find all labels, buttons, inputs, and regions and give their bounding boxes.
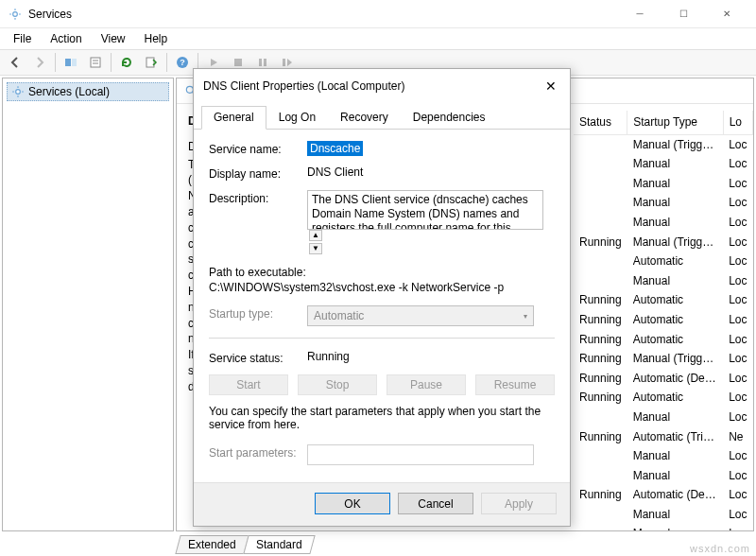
svg-marker-13: [211, 59, 217, 66]
services-grid[interactable]: Status Startup Type Lo Manual (Trigg…Loc…: [574, 111, 753, 530]
menu-action[interactable]: Action: [41, 30, 91, 47]
pause-button: Pause: [387, 374, 466, 395]
menubar: File Action View Help: [0, 28, 756, 49]
dialog-footer: OK Cancel Apply: [194, 482, 570, 526]
value-service-name[interactable]: Dnscache: [307, 141, 363, 156]
footer-tabs: Extended Standard: [178, 533, 311, 554]
value-service-status: Running: [307, 350, 555, 363]
tab-extended[interactable]: Extended: [175, 535, 249, 554]
dialog-title-text: DNS Client Properties (Local Computer): [203, 79, 541, 93]
svg-rect-6: [72, 59, 77, 66]
description-scroll-up[interactable]: ▲: [309, 230, 322, 241]
label-service-status: Service status:: [209, 350, 307, 365]
tab-dependencies[interactable]: Dependencies: [401, 106, 498, 130]
table-row[interactable]: ManualLoc: [574, 193, 753, 213]
table-row[interactable]: RunningAutomaticLoc: [574, 310, 753, 330]
svg-marker-18: [287, 59, 292, 66]
table-row[interactable]: ManualLoc: [574, 466, 753, 486]
tree-node-label: Services (Local): [28, 85, 110, 98]
table-row[interactable]: ManualLoc: [574, 524, 753, 531]
cancel-button[interactable]: Cancel: [398, 493, 473, 514]
startup-type-combo: Automatic ▾: [307, 305, 534, 326]
tab-standard[interactable]: Standard: [243, 535, 315, 554]
tab-log-on[interactable]: Log On: [266, 106, 328, 130]
table-row[interactable]: AutomaticLoc: [574, 252, 753, 271]
col-status[interactable]: Status: [574, 111, 627, 134]
table-row[interactable]: RunningManual (Trigg…Loc: [574, 349, 753, 369]
show-hide-button[interactable]: [60, 52, 82, 73]
table-row[interactable]: Manual (Trigg…Loc: [574, 134, 753, 154]
properties-dialog: DNS Client Properties (Local Computer) ✕…: [193, 68, 571, 527]
dialog-body: Service name: Dnscache Display name: DNS…: [194, 130, 570, 482]
minimize-button[interactable]: ─: [618, 0, 662, 28]
table-row[interactable]: RunningManual (Trigg…Loc: [574, 233, 753, 252]
value-display-name: DNS Client: [307, 165, 555, 179]
window-title: Services: [28, 8, 618, 21]
svg-point-0: [13, 11, 18, 16]
titlebar: Services ─ ☐ ✕: [0, 0, 756, 28]
label-description: Description:: [209, 190, 307, 205]
table-row[interactable]: RunningAutomaticLoc: [574, 290, 753, 310]
ok-button[interactable]: OK: [315, 493, 390, 514]
svg-rect-14: [234, 59, 242, 66]
dialog-title: DNS Client Properties (Local Computer) ✕: [194, 69, 570, 103]
apply-button: Apply: [481, 493, 557, 514]
col-logon[interactable]: Lo: [723, 111, 752, 134]
menu-help[interactable]: Help: [135, 30, 178, 47]
help-button[interactable]: ?: [171, 52, 194, 73]
dialog-close-button[interactable]: ✕: [541, 77, 560, 96]
svg-rect-17: [283, 59, 285, 66]
resume-button: Resume: [475, 374, 555, 395]
export-button[interactable]: [140, 52, 163, 73]
maximize-button[interactable]: ☐: [662, 0, 705, 28]
table-row[interactable]: ManualLoc: [574, 154, 753, 174]
label-startup-type: Startup type:: [209, 305, 307, 321]
table-row[interactable]: ManualLoc: [574, 271, 753, 291]
tab-general[interactable]: General: [201, 106, 266, 130]
table-row[interactable]: ManualLoc: [574, 408, 753, 427]
dialog-tabs: General Log On Recovery Dependencies: [194, 105, 570, 130]
svg-rect-15: [259, 59, 262, 66]
value-description[interactable]: The DNS Client service (dnscache) caches…: [307, 190, 543, 230]
table-row[interactable]: ManualLoc: [574, 213, 753, 233]
start-button: Start: [209, 374, 288, 395]
svg-rect-16: [264, 59, 266, 66]
description-scroll-down[interactable]: ▼: [309, 243, 322, 254]
app-icon: [8, 7, 23, 22]
label-start-params: Start parameters:: [209, 444, 307, 460]
svg-rect-7: [91, 58, 100, 67]
table-row[interactable]: RunningAutomaticLoc: [574, 388, 753, 408]
label-path: Path to executable:: [209, 266, 555, 279]
tab-recovery[interactable]: Recovery: [328, 106, 401, 130]
properties-button[interactable]: [84, 52, 107, 73]
start-params-input: [307, 444, 534, 465]
startup-type-value: Automatic: [314, 309, 364, 322]
close-button[interactable]: ✕: [705, 0, 748, 28]
label-display-name: Display name:: [209, 165, 307, 181]
svg-point-19: [16, 90, 21, 95]
menu-view[interactable]: View: [92, 30, 135, 47]
tree-pane: Services (Local): [2, 78, 174, 531]
value-path: C:\WINDOWS\system32\svchost.exe -k Netwo…: [209, 281, 555, 294]
table-row[interactable]: RunningAutomatic (Tri…Ne: [574, 427, 753, 447]
svg-rect-10: [146, 58, 154, 67]
stop-button: Stop: [298, 374, 377, 395]
menu-file[interactable]: File: [4, 30, 41, 47]
label-service-name: Service name:: [209, 141, 307, 156]
table-row[interactable]: RunningAutomatic (De…Loc: [574, 485, 753, 505]
chevron-down-icon: ▾: [524, 312, 527, 321]
tree-node-services-local[interactable]: Services (Local): [7, 82, 169, 101]
gear-icon: [11, 85, 25, 98]
table-row[interactable]: RunningAutomaticLoc: [574, 330, 753, 350]
table-row[interactable]: ManualLoc: [574, 446, 753, 466]
watermark: wsxdn.com: [690, 543, 750, 554]
back-button[interactable]: [4, 52, 26, 73]
table-row[interactable]: ManualLoc: [574, 174, 753, 194]
refresh-button[interactable]: [115, 52, 138, 73]
table-row[interactable]: RunningAutomatic (De…Loc: [574, 369, 753, 389]
svg-text:?: ?: [180, 58, 185, 67]
forward-button[interactable]: [28, 52, 51, 73]
col-startup-type[interactable]: Startup Type: [627, 111, 723, 134]
table-row[interactable]: ManualLoc: [574, 505, 753, 525]
svg-rect-5: [65, 59, 71, 66]
